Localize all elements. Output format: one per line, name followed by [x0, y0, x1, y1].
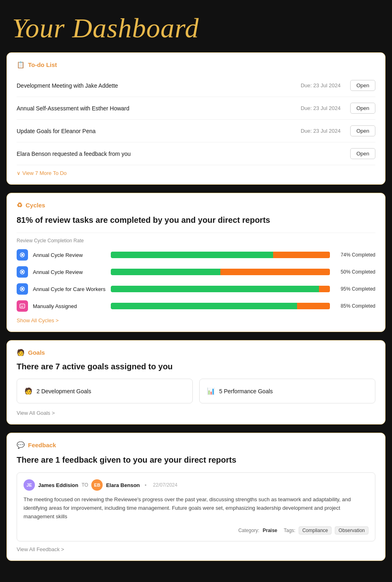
view-all-feedback[interactable]: View All Feedback > [17, 546, 375, 552]
feedback-icon: 💬 [17, 441, 25, 449]
feedback-section-title: 💬 Feedback [17, 441, 375, 449]
todo-item: Elara Benson requested a feedback from y… [17, 142, 375, 165]
todo-item: Development Meeting with Jake Addette Du… [17, 74, 375, 97]
show-all-cycles[interactable]: Show All Cycles > [17, 317, 375, 323]
todo-open-button-3[interactable]: Open [350, 148, 375, 159]
view-more-todo[interactable]: ∨ View 7 More To Do [17, 170, 375, 176]
todo-item: Update Goals for Eleanor Pena Due: 23 Ju… [17, 120, 375, 142]
view-all-goals[interactable]: View All Goals > [17, 410, 375, 416]
page-title: Your Dashboard [12, 12, 380, 44]
todo-open-button-2[interactable]: Open [350, 125, 375, 136]
goals-section-title: 🧑 Goals [17, 349, 375, 356]
cycle-icon-2 [17, 283, 28, 295]
cycles-section-title: ♻ Cycles [17, 201, 375, 209]
completion-rate-label: Review Cycle Completion Rate [17, 238, 375, 244]
progress-bar-1 [111, 269, 330, 275]
cycle-icon-0 [17, 249, 28, 261]
performance-goals-card[interactable]: 📊 5 Performance Goals [199, 379, 375, 403]
todo-open-button-0[interactable]: Open [350, 80, 375, 91]
cycle-row: Annual Cycle Review 74% Completed [17, 249, 375, 261]
goals-card: 🧑 Goals There are 7 active goals assigne… [6, 340, 386, 425]
cycle-icon-3 [17, 300, 28, 312]
cycles-card: ♻ Cycles 81% of review tasks are complet… [6, 193, 386, 332]
goals-grid: 🧑 2 Development Goals 📊 5 Performance Go… [17, 379, 375, 403]
development-goals-icon: 🧑 [24, 387, 32, 395]
performance-goals-icon: 📊 [207, 387, 215, 395]
cycle-icon-1 [17, 266, 28, 278]
avatar-je: JE [24, 479, 35, 491]
todo-card: 📋 To-do List Development Meeting with Ja… [6, 52, 386, 185]
todo-icon: 📋 [17, 61, 25, 69]
tag-compliance: Compliance [299, 526, 332, 535]
avatar-eb: EB [91, 479, 103, 491]
progress-bar-3 [111, 303, 330, 309]
feedback-footer: Category: Praise Tags: Compliance Observ… [24, 526, 368, 535]
todo-section-title: 📋 To-do List [17, 61, 375, 69]
feedback-meta: JE James Eddision TO EB Elara Benson • 2… [24, 479, 368, 491]
feedback-card: 💬 Feedback There are 1 feedback given to… [6, 433, 386, 561]
category-value: Praise [263, 528, 277, 533]
feedback-heading: There are 1 feedback given to you are yo… [17, 455, 375, 465]
cycle-row: Annual Cycle Review 50% Completed [17, 266, 375, 278]
goals-icon: 🧑 [17, 349, 25, 356]
feedback-item: JE James Eddision TO EB Elara Benson • 2… [17, 472, 375, 541]
cycle-row: Manually Assigned 85% Completed [17, 300, 375, 312]
todo-open-button-1[interactable]: Open [350, 103, 375, 114]
goals-heading: There are 7 active goals assigned to you [17, 362, 375, 371]
cycle-row: Annual Cycle for Care Workers 95% Comple… [17, 283, 375, 295]
progress-bar-2 [111, 286, 330, 292]
page-header: Your Dashboard [0, 0, 392, 52]
feedback-body: The meeting focused on reviewing the Rev… [24, 496, 368, 521]
cycles-heading: 81% of review tasks are completed by you… [17, 215, 375, 225]
progress-bar-0 [111, 252, 330, 258]
todo-item: Annual Self-Assessment with Esther Howar… [17, 97, 375, 120]
tag-observation: Observation [335, 526, 368, 535]
cycles-icon: ♻ [17, 201, 22, 209]
development-goals-card[interactable]: 🧑 2 Development Goals [17, 379, 193, 403]
